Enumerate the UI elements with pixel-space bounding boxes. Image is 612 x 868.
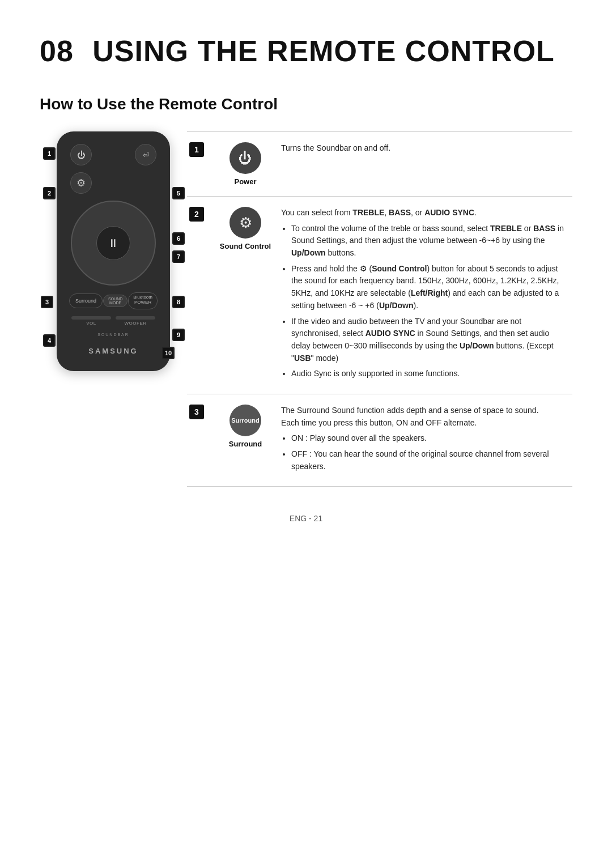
section-title: How to Use the Remote Control — [40, 95, 572, 113]
page-title: 08 USING THE REMOTE CONTROL — [40, 34, 572, 68]
row-desc-surround: The Surround Sound function adds depth a… — [277, 394, 572, 486]
sound-control-button[interactable]: ⚙ — [70, 172, 92, 194]
surround-bt-row: Surround SOUNDMODE BluetoothPOWER — [67, 292, 160, 309]
bluetooth-power-button[interactable]: BluetoothPOWER — [128, 292, 158, 309]
soundbar-label: SOUNDBAR — [97, 333, 129, 337]
badge-7: 7 — [172, 250, 185, 263]
power-icon-circle: ⏻ — [230, 142, 261, 174]
row-icon-power: ⏻ Power — [214, 132, 277, 196]
vol-slider[interactable] — [71, 316, 111, 320]
badge-2: 2 — [43, 187, 56, 199]
badge-8: 8 — [172, 296, 185, 308]
row-num-3: 3 — [187, 394, 214, 486]
row-icon-surround: Surround Surround — [214, 394, 277, 486]
woofer-slider[interactable] — [116, 316, 155, 320]
remote-body: ⏻ ⏎ ⚙ ⏸ Surround — [57, 131, 170, 371]
badge-10: 10 — [162, 347, 175, 359]
remote-control-diagram: ⏻ ⏎ ⚙ ⏸ Surround — [40, 131, 187, 371]
remote-top-row: ⏻ ⏎ — [67, 144, 160, 165]
sound-control-icon-label: Sound Control — [220, 242, 271, 250]
row-icon-sound-control: ⚙ Sound Control — [214, 197, 277, 394]
content-area: ⏻ ⏎ ⚙ ⏸ Surround — [40, 131, 572, 487]
power-icon-label: Power — [234, 177, 256, 186]
table-row-surround: 3 Surround Surround The Surround Sound f… — [187, 394, 572, 487]
badge-4: 4 — [43, 334, 56, 347]
surround-icon-circle: Surround — [230, 405, 261, 436]
table-row-sound-control: 2 ⚙ Sound Control You can select from TR… — [187, 197, 572, 394]
page-footer: ENG - 21 — [40, 514, 572, 523]
row-desc-power: Turns the Soundbar on and off. — [277, 132, 572, 196]
woofer-label: WOOFER — [116, 321, 155, 326]
surround-button[interactable]: Surround — [69, 293, 103, 308]
surround-icon-label: Surround — [229, 440, 262, 448]
woofer-slider-area: WOOFER — [116, 316, 155, 326]
source-button[interactable]: ⏎ — [135, 144, 156, 165]
row-num-2: 2 — [187, 197, 214, 394]
badge-1: 1 — [43, 147, 56, 160]
vol-woofer-row: VOL WOOFER — [67, 316, 160, 326]
power-button[interactable]: ⏻ — [70, 144, 92, 165]
main-circle-pad: ⏸ — [71, 201, 156, 286]
instructions-table: 1 ⏻ Power Turns the Soundbar on and off.… — [187, 131, 572, 487]
sound-control-icon-circle: ⚙ — [230, 207, 261, 239]
badge-6: 6 — [172, 232, 185, 245]
brand-label: SAMSUNG — [88, 347, 138, 355]
badge-5: 5 — [172, 187, 185, 199]
table-row-power: 1 ⏻ Power Turns the Soundbar on and off. — [187, 132, 572, 197]
vol-slider-area: VOL — [71, 316, 111, 326]
badge-3: 3 — [41, 296, 53, 308]
row-desc-sound-control: You can select from TREBLE, BASS, or AUD… — [277, 197, 572, 394]
play-pause-button[interactable]: ⏸ — [96, 226, 130, 260]
sound-mode-button[interactable]: SOUNDMODE — [103, 295, 128, 307]
vol-label: VOL — [71, 321, 111, 326]
row-num-1: 1 — [187, 132, 214, 196]
badge-9: 9 — [172, 329, 185, 341]
